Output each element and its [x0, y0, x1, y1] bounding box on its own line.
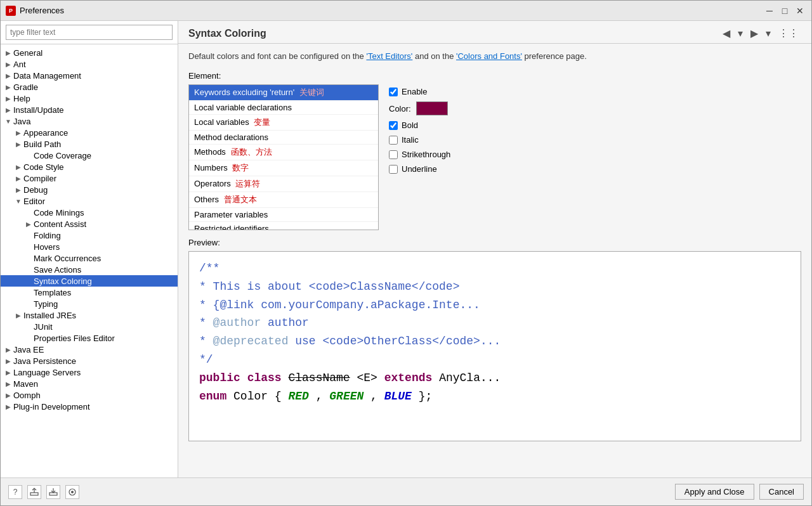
sidebar-item-plugin-development[interactable]: ▶ Plug-in Development: [1, 401, 178, 412]
sidebar-item-oomph[interactable]: ▶ Oomph: [1, 389, 178, 401]
sidebar-item-java-ee[interactable]: ▶ Java EE: [1, 344, 178, 355]
underline-label[interactable]: Underline: [402, 164, 437, 174]
title-bar: P Preferences ─ □ ✕: [1, 1, 811, 21]
element-row[interactable]: Operators 运算符: [189, 176, 378, 192]
element-row[interactable]: Restricted identifiers: [189, 222, 378, 230]
sidebar-item-mark-occurrences[interactable]: ▶ Mark Occurrences: [1, 252, 178, 264]
element-row[interactable]: Local variable declarations: [189, 101, 378, 115]
element-row[interactable]: Numbers 数字: [189, 160, 378, 176]
element-row[interactable]: Others 普通文本: [189, 192, 378, 208]
enable-label[interactable]: Enable: [402, 87, 427, 96]
record-icon[interactable]: [65, 485, 79, 499]
expand-icon: ▶: [3, 82, 13, 92]
expand-icon: ▶: [3, 59, 13, 69]
sidebar-item-maven[interactable]: ▶ Maven: [1, 378, 178, 389]
window-title: Preferences: [20, 6, 763, 15]
italic-label[interactable]: Italic: [402, 135, 419, 145]
back-button[interactable]: ◀: [720, 26, 733, 41]
export-icon[interactable]: [27, 485, 41, 499]
cancel-button[interactable]: Cancel: [759, 484, 804, 500]
element-row[interactable]: Method declarations: [189, 131, 378, 145]
element-row-label: Methods: [194, 147, 226, 157]
element-row[interactable]: Keywords excluding 'return' 关键词: [189, 85, 378, 101]
sidebar-item-templates[interactable]: ▶ Templates: [1, 287, 178, 298]
sidebar-item-save-actions[interactable]: ▶ Save Actions: [1, 264, 178, 275]
bold-checkbox[interactable]: [389, 121, 398, 130]
more-options-button[interactable]: ⋮⋮: [776, 26, 801, 41]
sidebar-item-gradle[interactable]: ▶ Gradle: [1, 81, 178, 93]
sidebar-item-syntax-coloring[interactable]: ▶ Syntax Coloring: [1, 275, 178, 287]
info-text-after: preference page.: [522, 51, 587, 61]
bold-label[interactable]: Bold: [402, 120, 418, 130]
minimize-button[interactable]: ─: [763, 4, 776, 17]
sidebar-item-code-coverage[interactable]: ▶ Code Coverage: [1, 150, 178, 161]
sidebar-item-code-style[interactable]: ▶ Code Style: [1, 161, 178, 172]
sidebar-item-code-minings[interactable]: ▶ Code Minings: [1, 207, 178, 218]
element-row[interactable]: Local variables 变量: [189, 115, 378, 131]
sidebar-item-java-persistence[interactable]: ▶ Java Persistence: [1, 355, 178, 367]
color-label: Color:: [389, 104, 411, 114]
sidebar-item-ant[interactable]: ▶ Ant: [1, 58, 178, 70]
sidebar-item-java[interactable]: ▼ Java: [1, 115, 178, 127]
nav-dropdown-button[interactable]: ▾: [735, 26, 745, 41]
search-box: [1, 21, 178, 44]
element-row-chinese: 函数、方法: [231, 147, 272, 157]
sidebar-item-installed-jres[interactable]: ▶ Installed JREs: [1, 309, 178, 321]
sidebar-item-language-servers[interactable]: ▶ Language Servers: [1, 367, 178, 378]
sidebar-item-appearance[interactable]: ▶ Appearance: [1, 127, 178, 138]
element-row-chinese: 运算符: [235, 179, 260, 188]
info-text: Default colors and font can be configure…: [188, 51, 801, 61]
colors-fonts-link[interactable]: 'Colors and Fonts': [456, 51, 522, 61]
strikethrough-label[interactable]: Strikethrough: [402, 150, 450, 159]
sidebar-item-label: Oomph: [13, 391, 41, 400]
text-editors-link[interactable]: 'Text Editors': [366, 51, 412, 61]
sidebar-item-data-management[interactable]: ▶ Data Management: [1, 70, 178, 81]
expand-icon: ▶: [3, 367, 13, 377]
sidebar-item-junit[interactable]: ▶ JUnit: [1, 321, 178, 332]
help-icon[interactable]: ?: [8, 485, 22, 499]
sidebar-item-label: Java EE: [13, 345, 44, 354]
sidebar-item-debug[interactable]: ▶ Debug: [1, 184, 178, 195]
expand-icon: ▶: [3, 93, 13, 103]
sidebar-item-install-update[interactable]: ▶ Install/Update: [1, 104, 178, 115]
forward-button[interactable]: ▶: [748, 26, 761, 41]
strikethrough-row: Strikethrough: [389, 150, 450, 159]
main-content: ▶ General ▶ Ant ▶ Data Management ▶ Grad…: [1, 21, 811, 477]
maximize-button[interactable]: □: [778, 4, 791, 17]
expand-icon: ▶: [13, 310, 23, 320]
italic-checkbox[interactable]: [389, 136, 398, 145]
underline-checkbox[interactable]: [389, 165, 398, 174]
sidebar-item-general[interactable]: ▶ General: [1, 47, 178, 58]
element-row-label: Restricted identifiers: [194, 224, 269, 230]
bottom-bar: ? Apply and Close Cancel: [1, 477, 811, 505]
close-button[interactable]: ✕: [794, 4, 806, 17]
sidebar-item-properties-files-editor[interactable]: ▶ Properties Files Editor: [1, 332, 178, 344]
search-input[interactable]: [6, 25, 173, 40]
preview-line: * {@link com.yourCompany.aPackage.Inte..…: [199, 296, 790, 315]
svg-rect-0: [30, 493, 38, 495]
preview-section: Preview: /** * This is about <code>Class…: [188, 238, 801, 441]
enable-checkbox[interactable]: [389, 88, 398, 96]
sidebar-item-help[interactable]: ▶ Help: [1, 93, 178, 104]
element-row[interactable]: Parameter variables: [189, 208, 378, 222]
sidebar-item-typing[interactable]: ▶ Typing: [1, 298, 178, 309]
sidebar-item-editor[interactable]: ▼ Editor: [1, 195, 178, 207]
sidebar-item-label: Compiler: [23, 174, 56, 183]
preview-line: * @deprecated use <code>OtherClass</code…: [199, 332, 790, 351]
expand-icon: ▶: [13, 162, 23, 172]
element-table-container: Keywords excluding 'return' 关键词 Local va…: [188, 84, 801, 230]
sidebar-item-folding[interactable]: ▶ Folding: [1, 230, 178, 241]
import-icon[interactable]: [46, 485, 60, 499]
element-row[interactable]: Methods 函数、方法: [189, 145, 378, 160]
strikethrough-checkbox[interactable]: [389, 150, 398, 159]
sidebar-item-label: General: [13, 48, 43, 58]
expand-icon: ▶: [3, 401, 13, 412]
sidebar-item-content-assist[interactable]: ▶ Content Assist: [1, 218, 178, 230]
color-swatch[interactable]: [416, 101, 448, 115]
forward-dropdown-button[interactable]: ▾: [763, 26, 773, 41]
apply-close-button[interactable]: Apply and Close: [675, 484, 754, 500]
sidebar-item-compiler[interactable]: ▶ Compiler: [1, 172, 178, 184]
sidebar-item-build-path[interactable]: ▶ Build Path: [1, 138, 178, 150]
expand-icon: ▶: [13, 173, 23, 183]
sidebar-item-hovers[interactable]: ▶ Hovers: [1, 241, 178, 252]
